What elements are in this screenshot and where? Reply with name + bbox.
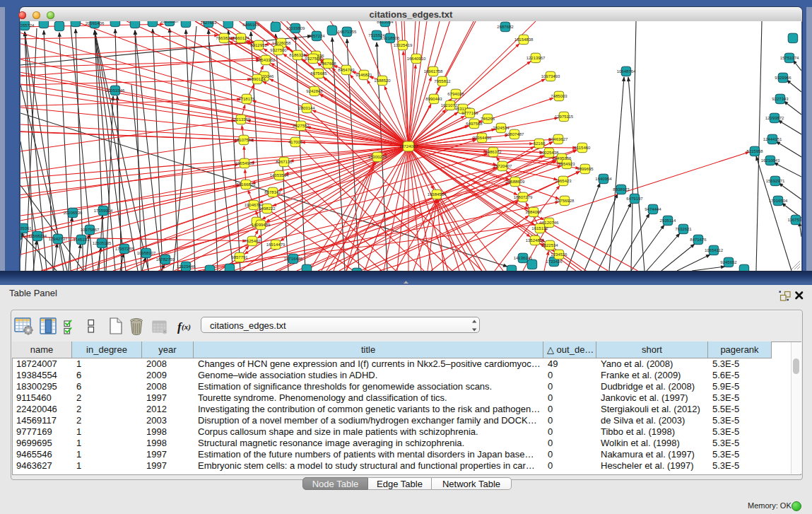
svg-text:(x): (x) bbox=[182, 322, 191, 332]
